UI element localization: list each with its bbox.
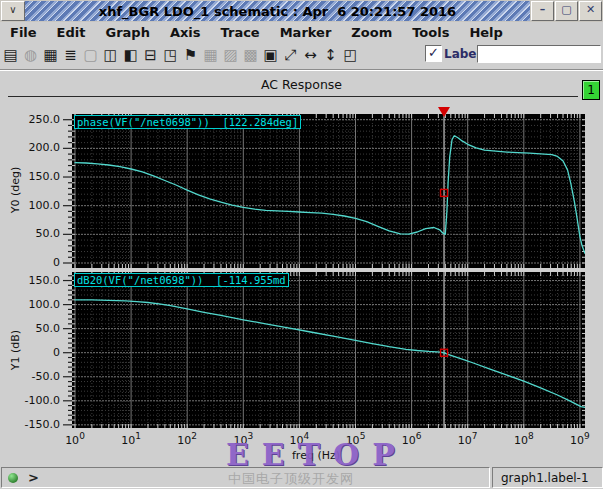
x-tick-label: 100 [60, 431, 90, 447]
grid-icon[interactable]: ▦ [41, 45, 60, 65]
y-tick-label: 200.0 [0, 141, 60, 154]
window-menu-button[interactable]: ∨ [1, 1, 25, 21]
graph-title-underline [8, 96, 578, 97]
y-tick-label: -150.0 [0, 418, 60, 431]
window-controls: –▢✕ [530, 1, 602, 21]
y-tick-label: 150.0 [0, 274, 60, 287]
snapshot-icon: ◍ [21, 45, 40, 65]
toolbar: ▤◍▦≣▢◫◧⊟◳⚑▦▨▩▣⤢↔↕◰ ✓ Label [0, 42, 603, 68]
menu-item-zoom[interactable]: Zoom [341, 25, 402, 40]
command-prompt: > [28, 470, 39, 485]
status-sphere-icon [8, 473, 18, 483]
command-prompt-cell[interactable]: > [1, 467, 490, 488]
label-checkbox[interactable]: ✓ [425, 45, 442, 62]
waveform-window: { "window": { "title": "xhf_BGR LDO_1 sc… [0, 0, 603, 489]
menu-item-edit[interactable]: Edit [47, 25, 96, 40]
pattern-b-icon: ▩ [241, 45, 260, 65]
menu-item-marker[interactable]: Marker [270, 25, 342, 40]
y-axis-ticks-db20 [62, 272, 72, 428]
menu-bar: FileEditGraphAxisTraceMarkerZoomToolsHel… [0, 22, 603, 42]
y-tick-label: 100.0 [0, 298, 60, 311]
y-tick-label: 0 [0, 256, 60, 269]
maximize-button[interactable]: ▢ [555, 1, 578, 21]
close-button[interactable]: ✕ [579, 1, 602, 21]
status-bar: > graph1.label-1 [0, 465, 603, 489]
overlay-window-icon[interactable]: ◧ [121, 45, 140, 65]
marker-handle-icon[interactable] [438, 107, 450, 117]
y-tick-label: 50.0 [0, 227, 60, 240]
marker-flag-icon[interactable]: ⚑ [181, 45, 200, 65]
graph-title: AC Response [0, 77, 603, 92]
title-bar-stripes: xhf_BGR LDO_1 schematic : Apr 6 20:21:57… [25, 1, 530, 21]
fit-x-icon[interactable]: ↔ [301, 45, 320, 65]
copy-page-icon: ▢ [81, 45, 100, 65]
y-tick-label: -100.0 [0, 394, 60, 407]
selection-label-cell: graph1.label-1 [492, 467, 603, 488]
fit-all-icon[interactable]: ◰ [341, 45, 360, 65]
y-tick-label: 250.0 [0, 113, 60, 126]
label-input[interactable] [477, 45, 601, 63]
pop-out-window-icon[interactable]: ◳ [161, 45, 180, 65]
x-tick-label: 101 [116, 431, 146, 447]
strip-window-icon[interactable]: ⊟ [141, 45, 160, 65]
menu-item-file[interactable]: File [0, 25, 47, 40]
x-tick-label: 103 [228, 431, 258, 447]
window-number-badge[interactable]: 1 [582, 80, 600, 100]
x-tick-label: 109 [565, 431, 595, 447]
menu-item-trace[interactable]: Trace [211, 25, 270, 40]
x-axis-name: freq (Hz) [266, 449, 366, 462]
table-view-icon: ▦ [201, 45, 220, 65]
fit-y-icon[interactable]: ↕ [321, 45, 340, 65]
minimize-button[interactable]: – [531, 1, 554, 21]
split-window-icon[interactable]: ◫ [101, 45, 120, 65]
plot-canvas-db20[interactable] [72, 272, 585, 428]
window-title: xhf_BGR LDO_1 schematic : Apr 6 20:21:57… [99, 4, 456, 19]
menu-item-axis[interactable]: Axis [160, 25, 211, 40]
print-icon[interactable]: ▤ [1, 45, 20, 65]
title-bar: ∨ xhf_BGR LDO_1 schematic : Apr 6 20:21:… [0, 0, 603, 22]
y1-axis-name: Y1 (dB) [9, 318, 23, 382]
trace-label-db20[interactable]: dB20(VF("/net0698")) [-114.955md [74, 273, 289, 287]
toolbar-divider [0, 69, 603, 71]
x-tick-label: 105 [341, 431, 371, 447]
selection-label: graph1.label-1 [501, 471, 589, 485]
zoom-fit-icon[interactable]: ⤢ [281, 45, 300, 65]
pattern-a-icon: ▨ [221, 45, 240, 65]
x-tick-label: 102 [172, 431, 202, 447]
y-axis-ticks-phase [62, 114, 72, 268]
plot-canvas-phase[interactable] [72, 114, 585, 268]
x-tick-label: 104 [284, 431, 314, 447]
x-tick-label: 107 [453, 431, 483, 447]
label-checkbox-text: Label [444, 47, 481, 61]
menu-item-tools[interactable]: Tools [402, 25, 459, 40]
menu-item-graph[interactable]: Graph [95, 25, 159, 40]
calculator-icon[interactable]: ▣ [261, 45, 280, 65]
hardcopy-options-icon[interactable]: ≣ [61, 45, 80, 65]
x-tick-label: 106 [397, 431, 427, 447]
trace-label-phase[interactable]: phase(VF("/net0698")) [122.284deg] [74, 115, 301, 129]
x-tick-label: 108 [509, 431, 539, 447]
menu-item-help[interactable]: Help [459, 25, 512, 40]
y0-axis-name: Y0 (deg) [9, 158, 23, 222]
